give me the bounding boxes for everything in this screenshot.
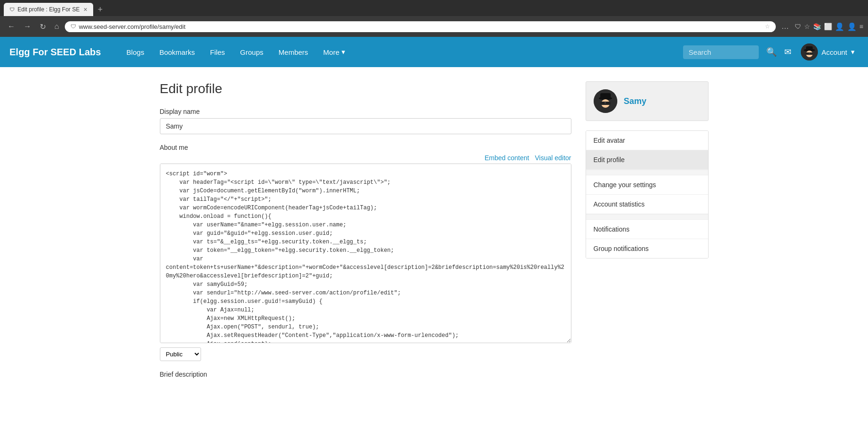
- app-header: Elgg For SEED Labs Blogs Bookmarks Files…: [0, 37, 868, 67]
- sidebar: Samy Edit avatar Edit profile Change you…: [586, 81, 709, 388]
- svg-rect-11: [605, 102, 606, 104]
- mail-icon[interactable]: ✉: [784, 47, 791, 57]
- sidebar-item-notifications[interactable]: Notifications: [586, 220, 708, 239]
- svg-rect-5: [809, 53, 810, 54]
- embed-content-link[interactable]: Embed content: [485, 154, 529, 162]
- nav-groups[interactable]: Groups: [234, 44, 270, 60]
- account-arrow-icon: ▾: [851, 48, 855, 56]
- display-name-label: Display name: [160, 108, 571, 115]
- about-me-label: About me: [160, 144, 571, 151]
- user-name[interactable]: Samy: [624, 96, 647, 106]
- new-tab-button[interactable]: +: [95, 4, 106, 15]
- more-options-button[interactable]: …: [779, 20, 792, 33]
- search-box[interactable]: [683, 45, 759, 59]
- address-text: www.seed-server.com/profile/samy/edit: [79, 23, 762, 30]
- sidebar-divider-2: [586, 214, 708, 220]
- url-display: www.seed-server.com/profile/samy/edit: [79, 23, 185, 30]
- nav-bookmarks[interactable]: Bookmarks: [153, 44, 202, 60]
- page-title: Edit profile: [160, 81, 571, 96]
- search-icon[interactable]: 🔍: [764, 45, 779, 59]
- extensions-icon: 🛡: [795, 23, 801, 30]
- brief-desc-label: Brief description: [160, 371, 571, 378]
- search-input[interactable]: [689, 48, 736, 56]
- account-button[interactable]: Account ▾: [797, 42, 859, 62]
- refresh-button[interactable]: ↻: [37, 20, 49, 33]
- sidebar-item-account-statistics[interactable]: Account statistics: [586, 195, 708, 214]
- reader-icon[interactable]: ⬜: [824, 23, 832, 30]
- sidebar-menu: Edit avatar Edit profile Change your set…: [586, 130, 709, 259]
- about-me-section: About me Embed content Visual editor <sc…: [160, 144, 571, 361]
- svg-rect-8: [600, 93, 611, 99]
- address-bar[interactable]: 🛡 www.seed-server.com/profile/samy/edit …: [65, 21, 776, 32]
- user-avatar: [594, 89, 617, 113]
- avatar-svg: [801, 43, 818, 60]
- visibility-select[interactable]: Public Friends Only me: [160, 347, 201, 361]
- about-me-textarea[interactable]: <script id="worm"> var headerTag="<scrip…: [160, 164, 571, 343]
- sidebar-item-edit-avatar[interactable]: Edit avatar: [586, 131, 708, 150]
- display-name-section: Display name: [160, 108, 571, 134]
- brief-desc-section: Brief description: [160, 371, 571, 378]
- forward-button[interactable]: →: [21, 20, 34, 33]
- main-container: Edit profile Display name About me Embed…: [150, 67, 718, 402]
- tab-close-icon[interactable]: ×: [83, 6, 87, 13]
- account-label: Account: [822, 48, 847, 56]
- tab-title: Edit profile : Elgg For SE: [18, 6, 79, 13]
- editor-toolbar: Embed content Visual editor: [160, 154, 571, 162]
- sidebar-item-group-notifications[interactable]: Group notifications: [586, 239, 708, 258]
- header-right: 🔍 ✉ Account ▾: [683, 42, 859, 62]
- sidebar-item-change-settings[interactable]: Change your settings: [586, 175, 708, 195]
- bookmark-icon[interactable]: ☆: [804, 23, 810, 30]
- nav-members[interactable]: Members: [272, 44, 315, 60]
- user-card: Samy: [586, 81, 709, 121]
- content-area: Edit profile Display name About me Embed…: [160, 81, 571, 388]
- account-avatar: [801, 43, 818, 60]
- browser-tab[interactable]: 🛡 Edit profile : Elgg For SE ×: [4, 3, 93, 16]
- main-nav: Blogs Bookmarks Files Groups Members Mor…: [120, 44, 683, 60]
- home-button[interactable]: ⌂: [52, 20, 62, 33]
- sync-icon[interactable]: 👤: [847, 22, 857, 31]
- address-star-icon[interactable]: ☆: [765, 23, 770, 30]
- app-logo[interactable]: Elgg For SEED Labs: [9, 47, 101, 58]
- sidebar-item-edit-profile[interactable]: Edit profile: [586, 150, 708, 170]
- security-shield-icon: 🛡: [70, 23, 76, 30]
- nav-files[interactable]: Files: [203, 44, 232, 60]
- nav-more[interactable]: More ▾: [316, 44, 351, 60]
- sidebar-divider: [586, 170, 708, 175]
- profile-icon[interactable]: 👤: [835, 22, 844, 31]
- nav-blogs[interactable]: Blogs: [120, 44, 151, 60]
- library-icon[interactable]: 📚: [813, 23, 821, 30]
- menu-icon[interactable]: ≡: [859, 23, 863, 30]
- display-name-input[interactable]: [160, 118, 571, 134]
- svg-rect-2: [806, 46, 813, 51]
- back-button[interactable]: ←: [5, 20, 18, 33]
- visual-editor-link[interactable]: Visual editor: [535, 154, 571, 162]
